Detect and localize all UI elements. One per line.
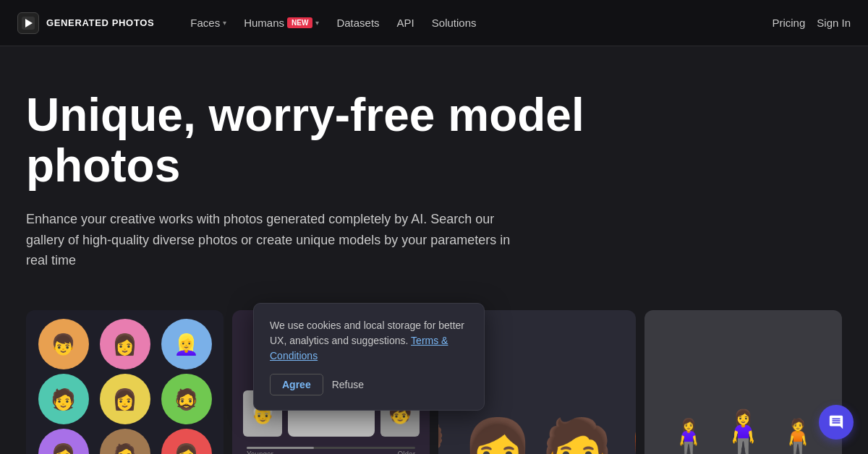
humans-chevron-icon: ▾ [315,19,319,27]
3d-figures: 🧍‍♀️ 🧍‍♀️ 🧍 [652,317,835,454]
hero-subtitle: Enhance your creative works with photos … [26,209,518,271]
body-figure-1: 🧑‍🦱 [438,420,454,454]
chat-icon [828,414,844,430]
face-grid: 👦 👩 👱‍♀️ 🧑 👩 🧔 👩 🧔 👩 [26,310,224,454]
nav-solutions[interactable]: Solutions [425,12,484,33]
body-figure-2: 👩 [461,420,534,454]
navbar: GENERATED PHOTOS Faces ▾ Humans New ▾ Da… [0,0,868,46]
chat-button[interactable] [819,405,854,440]
body-figure-3: 🧑 [541,420,613,454]
face-avatar: 👩 [161,429,212,454]
nav-datasets[interactable]: Datasets [329,12,386,33]
3d-figure-1: 🧍‍♀️ [667,420,710,454]
face-avatar: 👩 [100,319,150,369]
face-avatar: 👦 [38,319,89,369]
slider-labels: Younger Older [247,450,415,454]
nav-signin[interactable]: Sign In [817,17,851,29]
cookie-refuse-button[interactable]: Refuse [332,379,364,390]
brand-name: GENERATED PHOTOS [46,17,154,28]
new-badge: New [287,17,312,28]
logo-icon [17,12,39,34]
3d-figure-2: 🧍‍♀️ [716,411,770,454]
slider-label-older: Older [398,450,415,454]
nav-humans[interactable]: Humans New ▾ [237,12,326,33]
cookie-banner: We use cookies and local storage for bet… [253,303,485,411]
faces-chevron-icon: ▾ [223,19,226,27]
3d-figure-3: 🧍 [776,420,820,454]
cookie-agree-button[interactable]: Agree [270,374,323,395]
hero-section: Unique, worry-free model photos Enhance … [0,46,868,293]
card-face-grid: 👦 👩 👱‍♀️ 🧑 👩 🧔 👩 🧔 👩 [26,310,224,454]
face-avatar: 👱‍♀️ [161,319,212,369]
nav-pricing[interactable]: Pricing [772,17,805,29]
face-avatar: 🧔 [100,429,150,454]
body-figure-4: 👩‍🦰 [621,420,637,454]
face-avatar: 🧑 [38,374,89,424]
cookie-buttons: Agree Refuse [270,374,468,395]
card-3d-body: 🧍‍♀️ 🧍‍♀️ 🧍 Younger Older [644,310,842,454]
nav-api[interactable]: API [390,12,422,33]
logo[interactable]: GENERATED PHOTOS [17,12,154,34]
slider-label-younger: Younger [247,450,273,454]
nav-faces[interactable]: Faces ▾ [183,12,234,33]
slider-fill [247,447,314,449]
hero-title: Unique, worry-free model photos [26,90,605,192]
age-slider[interactable] [247,447,415,449]
3d-body-card: 🧍‍♀️ 🧍‍♀️ 🧍 Younger Older [644,310,842,454]
face-avatar: 🧔 [161,374,212,424]
face-avatar: 👩 [38,429,89,454]
face-avatar: 👩 [100,374,150,424]
nav-links: Faces ▾ Humans New ▾ Datasets API Soluti… [183,12,772,33]
cookie-message: We use cookies and local storage for bet… [270,318,468,364]
nav-right: Pricing Sign In [772,17,851,29]
